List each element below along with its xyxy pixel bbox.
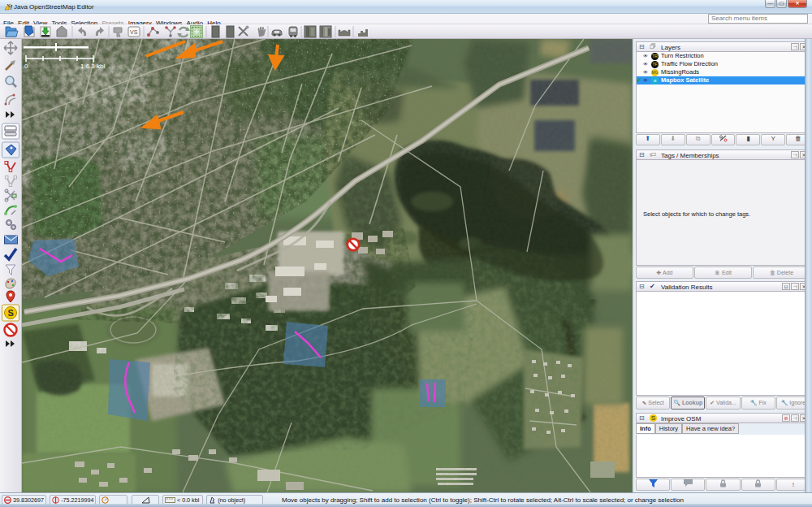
svg-text:1.6.3 kbl: 1.6.3 kbl <box>80 63 105 70</box>
svg-text:S: S <box>8 308 14 318</box>
svg-text:VS: VS <box>130 29 138 35</box>
svg-text:0: 0 <box>24 63 28 70</box>
